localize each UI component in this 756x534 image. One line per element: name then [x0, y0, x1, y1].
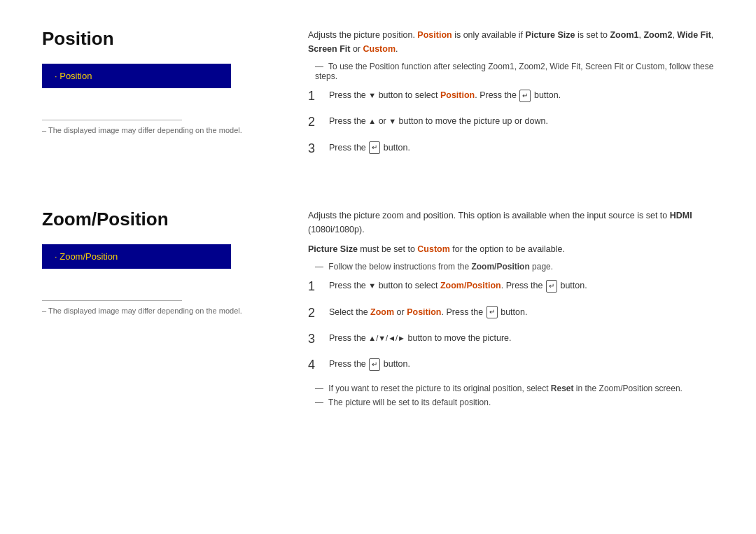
position-menu-box: · Position: [42, 64, 231, 88]
zoom-position-subnote-2: The picture will be set to its default p…: [308, 398, 714, 407]
position-step-1: 1 Press the ▼ button to select Position.…: [308, 88, 714, 104]
position-left-col: Position · Position – The displayed imag…: [42, 28, 280, 167]
zoom-position-step-4: 4 Press the ↵ button.: [308, 357, 714, 373]
position-step-3: 3 Press the ↵ button.: [308, 141, 714, 157]
step-text-2: Press the ▲ or ▼ button to move the pict…: [329, 114, 548, 128]
zp-step-text-4: Press the ↵ button.: [329, 357, 410, 371]
zp-step-number-1: 1: [308, 279, 321, 295]
zoom-position-steps: 1 Press the ▼ button to select Zoom/Posi…: [308, 279, 714, 374]
position-footnote: – The displayed image may differ dependi…: [42, 126, 280, 134]
zoom-position-description: Adjusts the picture zoom and position. T…: [308, 209, 714, 237]
zoom-position-note: Follow the below instructions from the Z…: [308, 262, 714, 272]
zp-step-text-1: Press the ▼ button to select Zoom/Positi…: [329, 279, 587, 293]
zoom-position-step-3: 3 Press the ▲/▼/◄/► button to move the p…: [308, 331, 714, 347]
zoom-position-step-1: 1 Press the ▼ button to select Zoom/Posi…: [308, 279, 714, 295]
step-text-1: Press the ▼ button to select Position. P…: [329, 88, 561, 102]
zoom-position-menu-box: · Zoom/Position: [42, 244, 231, 269]
zoom-position-section: Zoom/Position · Zoom/Position – The disp…: [42, 209, 714, 407]
step-number-1: 1: [308, 88, 321, 104]
step-number-2: 2: [308, 114, 321, 130]
zp-step-number-2: 2: [308, 305, 321, 321]
step-text-3: Press the ↵ button.: [329, 141, 410, 155]
position-step-2: 2 Press the ▲ or ▼ button to move the pi…: [308, 114, 714, 130]
position-section: Position · Position – The displayed imag…: [42, 28, 714, 167]
zp-step-number-4: 4: [308, 357, 321, 373]
zp-step-text-3: Press the ▲/▼/◄/► button to move the pic…: [329, 331, 511, 345]
zoom-position-right-col: Adjusts the picture zoom and position. T…: [308, 209, 714, 407]
zoom-position-footnote: – The displayed image may differ dependi…: [42, 307, 280, 315]
step-number-3: 3: [308, 141, 321, 157]
position-steps: 1 Press the ▼ button to select Position.…: [308, 88, 714, 157]
zoom-position-title: Zoom/Position: [42, 209, 280, 230]
position-right-col: Adjusts the picture position. Position i…: [308, 28, 714, 167]
position-divider: [42, 120, 182, 120]
zoom-position-divider: [42, 300, 182, 301]
position-title: Position: [42, 28, 280, 50]
zp-step-number-3: 3: [308, 331, 321, 347]
zoom-position-description-2: Picture Size must be set to Custom for t…: [308, 242, 714, 256]
zoom-position-left-col: Zoom/Position · Zoom/Position – The disp…: [42, 209, 280, 407]
position-note: To use the Position function after selec…: [308, 62, 714, 81]
zp-step-text-2: Select the Zoom or Position. Press the ↵…: [329, 305, 527, 319]
position-description: Adjusts the picture position. Position i…: [308, 28, 714, 56]
zoom-position-subnote-1: If you want to reset the picture to its …: [308, 384, 714, 393]
zoom-position-step-2: 2 Select the Zoom or Position. Press the…: [308, 305, 714, 321]
